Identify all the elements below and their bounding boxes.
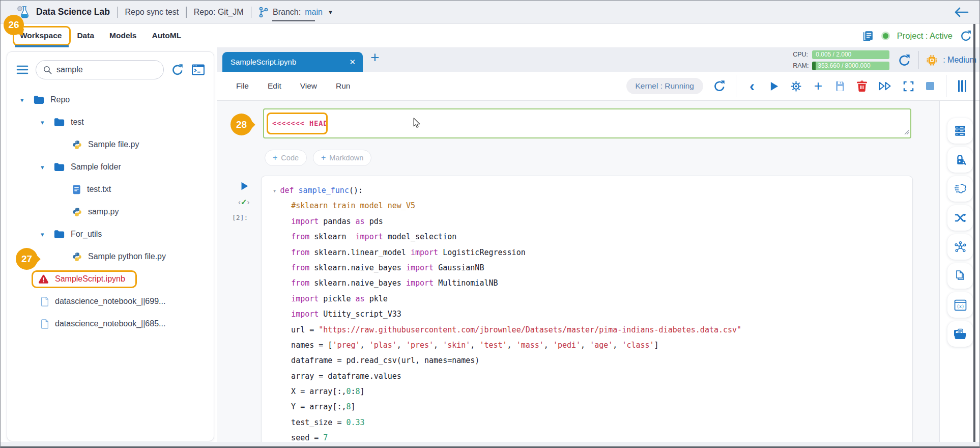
caret-down-icon[interactable]: ▾ bbox=[41, 119, 49, 126]
code-line[interactable]: import Utiity_script_V33 bbox=[273, 306, 902, 322]
chip-icon bbox=[926, 54, 938, 66]
code-cell[interactable]: ▾ def sample_func(): #sklearn train mode… bbox=[261, 176, 913, 448]
folder-icon bbox=[54, 230, 65, 239]
code-line[interactable]: names = ['preg', 'plas', 'pres', 'skin',… bbox=[273, 338, 902, 353]
add-code-button[interactable]: + Code bbox=[265, 150, 307, 166]
stop-icon[interactable] bbox=[924, 82, 936, 90]
caret-down-icon[interactable]: ▾ bbox=[41, 231, 49, 238]
caret-down-icon[interactable]: ▾ bbox=[20, 96, 28, 104]
annotation-badge-26: 26 bbox=[4, 15, 24, 35]
tree-item-for-utils[interactable]: ▾For_utils bbox=[7, 223, 214, 245]
nav-tab-data[interactable]: Data bbox=[77, 31, 94, 40]
ml-brain-button[interactable] bbox=[947, 176, 973, 202]
conflict-cell[interactable]: <<<<<<< HEAD bbox=[263, 108, 911, 138]
tree-item-datascience-notebook-685[interactable]: datascience_notebook_||685... bbox=[7, 313, 214, 335]
code-line[interactable]: test_size = 0.33 bbox=[273, 415, 902, 430]
tree-item-label: Sample file.py bbox=[88, 140, 139, 149]
nav-tab-models[interactable]: Models bbox=[109, 31, 136, 40]
code-line[interactable]: #sklearn train model new_V5 bbox=[273, 198, 902, 213]
code-line[interactable]: import pickle as pkle bbox=[273, 291, 902, 306]
tree-item-test-txt[interactable]: test.txt bbox=[7, 178, 214, 201]
branch-selector[interactable]: Branch: main ▼ bbox=[258, 6, 333, 18]
execution-count: [2]: bbox=[232, 214, 248, 221]
branch-name[interactable]: main bbox=[305, 8, 323, 17]
run-all-icon[interactable] bbox=[878, 80, 892, 92]
nav-tab-workspace[interactable]: Workspace bbox=[20, 31, 62, 40]
instance-size-label[interactable]: : Medium bbox=[943, 55, 976, 65]
top-bar: Data Science Lab Repo sync test Repo: Gi… bbox=[1, 1, 980, 24]
terminal-icon[interactable] bbox=[191, 64, 205, 76]
close-icon[interactable]: ✕ bbox=[349, 58, 356, 67]
menu-view[interactable]: View bbox=[300, 81, 317, 91]
editor-tab-strip: SampleScript.ipynb ✕ + CPU: 0.005 / 2.00… bbox=[217, 47, 980, 72]
tree-refresh-icon[interactable] bbox=[171, 63, 184, 76]
resize-handle[interactable] bbox=[903, 128, 909, 137]
fullscreen-icon[interactable] bbox=[902, 80, 914, 92]
folder-icon bbox=[34, 95, 44, 104]
tree-item-samp-py[interactable]: samp.py bbox=[7, 201, 214, 223]
search-input[interactable] bbox=[56, 61, 158, 79]
chevron-down-icon[interactable]: ▼ bbox=[328, 9, 333, 15]
kernel-refresh-icon[interactable] bbox=[713, 79, 726, 93]
folder-icon bbox=[54, 118, 65, 127]
code-line[interactable]: from sklearn import model_selection bbox=[273, 229, 902, 244]
lock-key-button[interactable] bbox=[947, 147, 973, 173]
add-cell-icon[interactable]: + bbox=[812, 78, 824, 94]
cell-success-icon: ‹✓› bbox=[238, 198, 250, 207]
tree-item-samplescript-ipynb[interactable]: SampleScript.ipynb bbox=[7, 268, 214, 290]
server-button[interactable] bbox=[947, 118, 973, 144]
copy-pages-button[interactable] bbox=[947, 263, 973, 289]
kernel-status: Kernel : Running bbox=[626, 78, 703, 94]
new-tab-button[interactable]: + bbox=[370, 49, 380, 66]
code-line[interactable]: from sklearn.linear_model import Logisti… bbox=[273, 245, 902, 260]
chevron-left-icon[interactable]: ‹ bbox=[746, 81, 758, 91]
tree-item-datascience-notebook-699[interactable]: datascience_notebook_||699... bbox=[7, 290, 214, 313]
code-line[interactable]: url = "https://raw.githubusercontent.com… bbox=[273, 322, 902, 338]
notebook-tab-title: SampleScript.ipynb bbox=[230, 58, 349, 66]
code-line[interactable]: Y = array[:,8] bbox=[273, 399, 902, 414]
cpu-usage-bar: 0.005 / 2.000 bbox=[812, 50, 889, 59]
add-markdown-label: Markdown bbox=[329, 154, 363, 162]
tree-item-sample-folder[interactable]: ▾Sample folder bbox=[7, 156, 214, 178]
tree-item-label: Sample python file.py bbox=[88, 252, 166, 261]
plus-icon: + bbox=[273, 153, 277, 162]
shuffle-icon bbox=[954, 212, 967, 224]
project-docs-icon[interactable] bbox=[861, 30, 874, 42]
code-line[interactable]: dataframe = pd.read_csv(url, names=names… bbox=[273, 353, 902, 368]
run-cell-icon[interactable] bbox=[768, 81, 780, 92]
code-window-button[interactable]: (x) bbox=[947, 292, 973, 318]
code-line[interactable]: X = array[:,0:8] bbox=[273, 384, 902, 399]
network-button[interactable] bbox=[947, 234, 973, 260]
refresh-icon[interactable] bbox=[960, 30, 972, 42]
code-line[interactable]: import pandas as pds bbox=[273, 214, 902, 229]
nav-tabs: WorkspaceDataModelsAutoML bbox=[1, 31, 181, 40]
menu-run[interactable]: Run bbox=[336, 81, 350, 91]
resources-refresh-icon[interactable] bbox=[898, 53, 911, 67]
tree-item-sample-file-py[interactable]: Sample file.py bbox=[7, 133, 214, 156]
back-arrow-button[interactable] bbox=[953, 6, 969, 18]
delete-trash-icon[interactable] bbox=[856, 80, 868, 92]
cpu-label: CPU: bbox=[793, 51, 812, 58]
code-line[interactable]: ▾ def sample_func(): bbox=[273, 183, 902, 198]
notebook-tab[interactable]: SampleScript.ipynb ✕ bbox=[222, 52, 363, 72]
branch-label: Branch: bbox=[273, 8, 301, 17]
tree-item-repo[interactable]: ▾Repo bbox=[7, 89, 214, 111]
nav-tab-automl[interactable]: AutoML bbox=[152, 31, 181, 40]
add-markdown-button[interactable]: + Markdown bbox=[313, 150, 371, 166]
lock-key-icon bbox=[954, 154, 967, 166]
folder-export-button[interactable] bbox=[947, 321, 973, 347]
menu-file[interactable]: File bbox=[236, 81, 249, 91]
run-cell-play-icon[interactable] bbox=[240, 181, 249, 193]
code-line[interactable]: from sklearn.naive_bayes import Multinom… bbox=[273, 275, 902, 291]
menu-edit[interactable]: Edit bbox=[268, 81, 281, 91]
tree-item-label: datascience_notebook_||685... bbox=[55, 319, 165, 328]
code-line[interactable]: array = dataframe.values bbox=[273, 369, 902, 384]
caret-down-icon[interactable]: ▾ bbox=[41, 163, 49, 171]
hamburger-menu-icon[interactable] bbox=[16, 65, 28, 74]
save-icon[interactable] bbox=[834, 80, 846, 92]
layout-columns-icon[interactable] bbox=[956, 80, 968, 92]
shuffle-button[interactable] bbox=[947, 205, 973, 231]
settings-gear-icon[interactable] bbox=[790, 80, 802, 93]
tree-item-test[interactable]: ▾test bbox=[7, 111, 214, 133]
code-line[interactable]: from sklearn.naive_bayes import Gaussian… bbox=[273, 260, 902, 275]
